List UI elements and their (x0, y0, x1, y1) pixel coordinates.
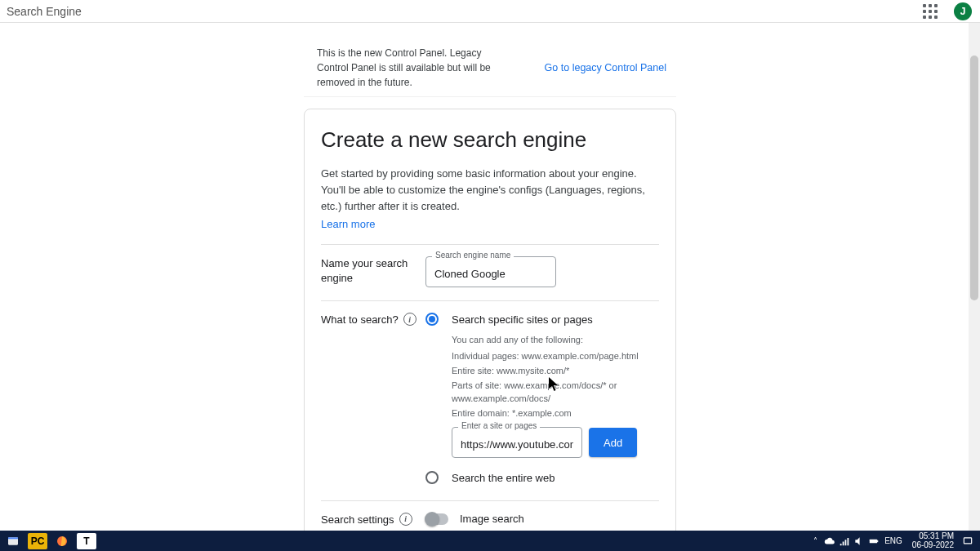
site-input-label: Enter a site or pages (458, 421, 540, 430)
taskbar: PC T ˄ ENG 05:31 PM 06-09-2022 (0, 531, 980, 551)
section-settings-label: Search settings i (321, 513, 425, 531)
svg-rect-4 (877, 540, 878, 541)
section-what: What to search? i Search specific sites … (321, 300, 659, 487)
tray-cloud-icon[interactable] (824, 535, 835, 547)
tray-volume-icon[interactable] (853, 535, 865, 547)
add-site-button[interactable]: Add (589, 428, 637, 457)
tray-clock[interactable]: 05:31 PM 06-09-2022 (912, 532, 954, 549)
card-heading: Create a new search engine (321, 127, 659, 153)
section-what-label-text: What to search? (321, 313, 399, 487)
taskbar-pycharm-icon[interactable]: PC (28, 533, 47, 549)
engine-name-field-wrap: Search engine name (425, 256, 556, 287)
svg-rect-5 (964, 537, 971, 543)
section-settings-label-text: Search settings (321, 513, 394, 531)
tray-network-icon[interactable] (839, 535, 850, 547)
sites-help-line: Individual pages: www.example.com/page.h… (452, 350, 659, 363)
section-name-label: Name your search engine (321, 256, 425, 287)
section-what-label: What to search? i (321, 313, 425, 487)
create-engine-card: Create a new search engine Get started b… (304, 109, 676, 531)
section-settings: Search settings i Image search SafeSearc… (321, 500, 659, 531)
vertical-scrollbar-thumb[interactable] (970, 56, 978, 300)
apps-grid-icon[interactable] (923, 4, 938, 19)
app-title: Search Engine (7, 5, 82, 18)
vertical-scrollbar-track[interactable] (969, 23, 980, 531)
site-input[interactable] (452, 427, 582, 458)
taskbar-start-icon[interactable] (3, 533, 23, 549)
engine-name-input-label: Search engine name (432, 251, 514, 260)
user-avatar[interactable]: J (954, 2, 972, 20)
radio-specific-sites[interactable]: Search specific sites or pages (425, 313, 659, 326)
header-right: J (923, 0, 972, 23)
section-name: Name your search engine Search engine na… (321, 244, 659, 287)
legacy-notice-link[interactable]: Go to legacy Control Panel (545, 62, 666, 73)
tray-battery-icon[interactable] (868, 535, 880, 547)
toggle-image-search-switch[interactable] (425, 513, 448, 525)
tray-language[interactable]: ENG (884, 536, 902, 545)
svg-rect-3 (870, 539, 877, 543)
card-intro: Get started by providing some basic info… (321, 166, 659, 215)
info-icon[interactable]: i (403, 313, 416, 326)
tray-up-icon[interactable]: ˄ (809, 535, 821, 547)
radio-entire-web-label: Search the entire web (452, 472, 555, 484)
sites-help-line: Entire site: www.mysite.com/* (452, 365, 659, 378)
sites-help-block: You can add any of the following: Indivi… (452, 334, 659, 420)
engine-name-input[interactable] (425, 256, 556, 287)
info-icon[interactable]: i (399, 513, 412, 526)
page-canvas: This is the new Control Panel. Legacy Co… (0, 23, 980, 531)
tray-date: 06-09-2022 (912, 541, 954, 550)
svg-rect-1 (8, 537, 18, 539)
legacy-notice-text: This is the new Control Panel. Legacy Co… (317, 46, 513, 90)
sites-help-intro: You can add any of the following: (452, 334, 659, 347)
learn-more-link[interactable]: Learn more (321, 218, 375, 230)
toggle-image-search-label: Image search (460, 513, 524, 525)
system-tray: ˄ ENG 05:31 PM 06-09-2022 (809, 532, 977, 549)
toggle-image-search: Image search (425, 513, 659, 525)
app-header: Search Engine J (0, 0, 980, 23)
tray-time: 05:31 PM (912, 532, 954, 541)
radio-specific-sites-label: Search specific sites or pages (452, 313, 593, 326)
legacy-notice: This is the new Control Panel. Legacy Co… (304, 39, 676, 97)
tray-notifications-icon[interactable] (962, 535, 973, 547)
add-site-row: Enter a site or pages Add (452, 427, 659, 458)
site-input-wrap: Enter a site or pages (452, 427, 582, 458)
taskbar-text-icon[interactable]: T (77, 533, 96, 549)
taskbar-firefox-icon[interactable] (52, 533, 72, 549)
sites-help-line: Parts of site: www.example.com/docs/* or… (452, 380, 659, 406)
sites-help-line: Entire domain: *.example.com (452, 407, 659, 420)
radio-specific-sites-icon[interactable] (425, 313, 439, 326)
radio-entire-web-icon[interactable] (425, 471, 439, 484)
radio-entire-web[interactable]: Search the entire web (425, 471, 659, 484)
